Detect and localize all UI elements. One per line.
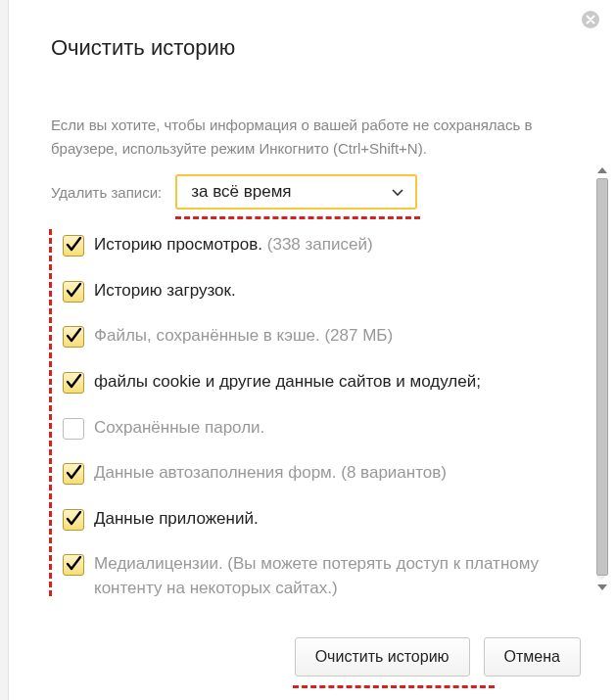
option-text: Данные приложений.: [94, 507, 259, 532]
dialog-title: Очистить историю: [51, 35, 601, 61]
option-row: Историю просмотров. (338 записей): [63, 233, 572, 257]
option-text: Историю загрузок.: [94, 279, 236, 303]
option-checkbox[interactable]: [63, 463, 84, 485]
option-text: Медиалицензии. (Вы можете потерять досту…: [94, 552, 572, 600]
time-range-row: Удалить записи: за всё время: [51, 174, 572, 210]
chevron-down-icon: [597, 584, 607, 590]
cancel-button[interactable]: Отмена: [484, 637, 581, 677]
option-row: файлы cookie и другие данные сайтов и мо…: [63, 370, 572, 395]
dialog-intro: Если вы хотите, чтобы информация о вашей…: [51, 114, 572, 161]
option-text: Файлы, сохранённые в кэше. (287 МБ): [94, 324, 393, 349]
option-label: Файлы, сохранённые в кэше.: [94, 326, 320, 345]
annotation-underline: [293, 685, 495, 688]
clear-history-dialog: Очистить историю Если вы хотите, чтобы и…: [22, 14, 601, 601]
option-text: Историю просмотров. (338 записей): [94, 233, 373, 257]
option-text: Сохранённые пароли.: [94, 416, 264, 441]
option-text: файлы cookie и другие данные сайтов и мо…: [94, 370, 481, 395]
option-checkbox[interactable]: [63, 418, 84, 440]
option-checkbox[interactable]: [63, 554, 84, 576]
option-label: Данные автозаполнения форм.: [94, 463, 337, 482]
option-checkbox[interactable]: [63, 509, 84, 531]
delete-records-label: Удалить записи:: [51, 184, 162, 201]
options-list: Историю просмотров. (338 записей)Историю…: [51, 233, 572, 601]
option-label: Данные приложений.: [94, 509, 259, 528]
time-range-value: за всё время: [191, 182, 291, 202]
option-row: Историю загрузок.: [63, 279, 572, 303]
option-label: Историю просмотров.: [94, 235, 262, 254]
option-detail: (338 записей): [267, 235, 373, 254]
option-row: Файлы, сохранённые в кэше. (287 МБ): [63, 324, 572, 349]
option-text: Данные автозаполнения форм. (8 вариантов…: [94, 461, 447, 486]
scrollbar-thumb[interactable]: [596, 178, 608, 576]
time-range-select[interactable]: за всё время: [175, 174, 417, 210]
option-checkbox[interactable]: [63, 326, 84, 348]
option-label: файлы cookie и другие данные сайтов и мо…: [94, 372, 481, 391]
dialog-page: Очистить историю Если вы хотите, чтобы и…: [0, 0, 616, 700]
option-row: Сохранённые пароли.: [63, 416, 572, 441]
option-row: Медиалицензии. (Вы можете потерять досту…: [63, 552, 572, 600]
dialog-footer: Очистить историю Отмена: [295, 637, 581, 677]
option-row: Данные автозаполнения форм. (8 вариантов…: [63, 461, 572, 486]
scrollbar[interactable]: [594, 164, 608, 593]
option-label: Сохранённые пароли.: [94, 418, 264, 437]
scroll-down-button[interactable]: [596, 582, 608, 593]
annotation-underline: [175, 216, 420, 219]
annotation-vertical: [49, 229, 52, 596]
scroll-up-button[interactable]: [596, 164, 608, 176]
window-edge: [0, 0, 9, 700]
chevron-up-icon: [597, 167, 607, 173]
clear-history-button[interactable]: Очистить историю: [295, 637, 470, 677]
option-row: Данные приложений.: [63, 507, 572, 532]
option-checkbox[interactable]: [63, 372, 84, 394]
option-detail: (287 МБ): [324, 326, 393, 345]
option-label: Медиалицензии.: [94, 554, 223, 573]
option-label: Историю загрузок.: [94, 281, 236, 300]
option-detail: (8 вариантов): [341, 463, 447, 482]
option-checkbox[interactable]: [63, 235, 84, 257]
option-checkbox[interactable]: [63, 281, 84, 303]
